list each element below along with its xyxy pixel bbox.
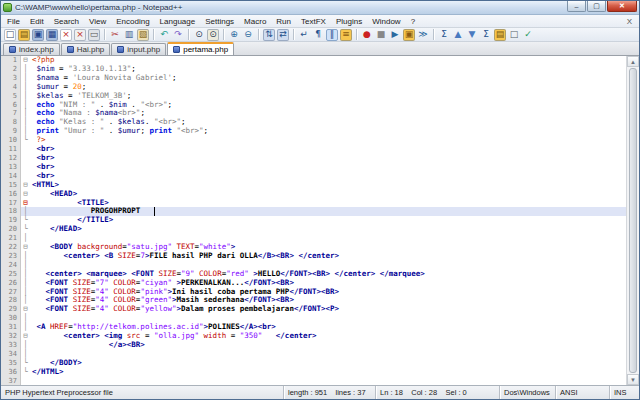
zoom-out-icon[interactable]: ⊖ <box>242 29 254 41</box>
line-number: 18 <box>1 207 21 216</box>
menu-item-textfx[interactable]: TextFX <box>296 17 331 26</box>
code-line[interactable]: </HEAD> <box>30 225 626 234</box>
run-macro-multiple-times-icon[interactable]: ≫ <box>417 29 429 41</box>
tab-Hai-php[interactable]: Hai.php <box>61 43 111 55</box>
menu-item-run[interactable]: Run <box>271 17 296 26</box>
code-line[interactable]: <br> <box>30 163 626 172</box>
code-line[interactable] <box>30 377 626 385</box>
scroll-up-button[interactable]: ▲ <box>627 56 639 67</box>
paste-icon[interactable]: ▧ <box>137 29 149 41</box>
sort-descending-icon[interactable]: ▼ <box>466 29 478 41</box>
new-file-icon[interactable]: □ <box>4 29 16 41</box>
monitor-window-icon[interactable]: □ <box>508 29 520 41</box>
menu-item-edit[interactable]: Edit <box>25 17 49 26</box>
textfx-sigma-icon[interactable]: Σ <box>480 29 492 41</box>
code-token: Ini hasil coba pertama PHP <box>172 287 289 296</box>
menubar-close-icon[interactable]: X <box>621 17 638 26</box>
menu-item-view[interactable]: View <box>84 17 111 26</box>
save-icon[interactable]: ▣ <box>32 29 44 41</box>
show-all-characters-icon[interactable]: ¶ <box>312 29 324 41</box>
line-number: 35 <box>1 359 21 368</box>
maximize-button[interactable]: ▢ <box>587 1 606 12</box>
editor[interactable]: 1⊟<?php2│ $nim = "3.33.10.1.13";3│ $nama… <box>1 56 639 385</box>
cut-icon[interactable]: ✂ <box>109 29 121 41</box>
word-wrap-icon[interactable]: ↵ <box>298 29 310 41</box>
open-folder-icon[interactable]: ▤ <box>18 29 30 41</box>
menu-item-macro[interactable]: Macro <box>239 17 271 26</box>
code-token: 'Loura Novita Gabriel' <box>73 73 172 82</box>
find-icon[interactable]: ⊙ <box>193 29 205 41</box>
close-document-icon[interactable]: × <box>60 29 72 41</box>
code-line[interactable]: $nama = 'Loura Novita Gabriel'; <box>30 74 626 83</box>
tab-input-php[interactable]: input.php <box>111 43 166 55</box>
print-icon[interactable]: ▭ <box>88 29 100 41</box>
redo-icon[interactable]: ↷ <box>172 29 184 41</box>
code-line[interactable]: <FONT SIZE="4" COLOR="yellow">Dalam pros… <box>30 305 626 314</box>
menu-item-window[interactable]: Window <box>367 17 405 26</box>
zoom-in-icon[interactable]: ⊕ <box>228 29 240 41</box>
undo-icon[interactable]: ↶ <box>158 29 170 41</box>
code-token: "<br>" <box>154 117 181 126</box>
code-line[interactable]: <center> <B SIZE=7>FILE hasil PHP dari O… <box>30 252 626 261</box>
menu-item-file[interactable]: File <box>2 17 25 26</box>
sort-ascending-icon[interactable]: ▲ <box>452 29 464 41</box>
code-area[interactable]: 1⊟<?php2│ $nim = "3.33.10.1.13";3│ $nama… <box>1 56 626 385</box>
code-token: PROGOHPROPT <box>91 206 141 215</box>
menu-item-plugins[interactable]: Plugins <box>331 17 367 26</box>
code-line[interactable]: </TITLE> <box>30 216 626 225</box>
menu-item-settings[interactable]: Settings <box>200 17 239 26</box>
menu-item-encoding[interactable]: Encoding <box>111 17 154 26</box>
code-line[interactable]: <br> <box>30 154 626 163</box>
menu-item-[interactable]: ? <box>406 17 420 26</box>
code-line[interactable]: print "Umur : " . $umur; print "<br>"; <box>30 127 626 136</box>
code-token <box>32 242 50 251</box>
indent-guide-icon[interactable]: ∥ <box>326 29 338 41</box>
menu-item-language[interactable]: Language <box>155 17 201 26</box>
code-token: <center> <marquee> <FONT <box>46 269 159 278</box>
textfx-sum-icon[interactable]: Σ <box>438 29 450 41</box>
code-line[interactable]: </a><BR> <box>30 341 626 350</box>
open-containing-folder-icon[interactable]: ▤ <box>494 29 506 41</box>
close-button[interactable]: ✕ <box>607 1 637 12</box>
line-number: 5 <box>1 92 21 101</box>
tab-pertama-php[interactable]: pertama.php <box>167 42 234 55</box>
line-number: 21 <box>1 234 21 243</box>
code-token: $kelas <box>118 117 145 126</box>
sync-horizontal-scrolling-icon[interactable]: ⇄ <box>277 29 289 41</box>
stop-macro-icon[interactable]: ■ <box>375 29 387 41</box>
status-length-lines: length : 951 lines : 37 <box>283 386 375 399</box>
code-line[interactable] <box>30 350 626 359</box>
function-completion-icon[interactable]: ≡ <box>340 29 352 41</box>
close-all-documents-icon[interactable]: × <box>74 29 86 41</box>
code-line[interactable]: <br> <box>30 172 626 181</box>
line-number: 27 <box>1 288 21 297</box>
record-macro-icon[interactable]: ● <box>361 29 373 41</box>
menu-item-search[interactable]: Search <box>49 17 84 26</box>
spell-check-icon[interactable]: ✓ <box>522 29 534 41</box>
code-line[interactable]: <br> <box>30 145 626 154</box>
line-number: 9 <box>1 127 21 136</box>
replace-icon[interactable]: ⊙ <box>207 29 219 41</box>
code-line[interactable]: PROGOHPROPT <box>30 207 626 216</box>
save-all-icon[interactable]: ▦ <box>46 29 58 41</box>
copy-icon[interactable]: ▥ <box>123 29 135 41</box>
save-macro-icon[interactable]: ▣ <box>403 29 415 41</box>
tab-index-php[interactable]: index.php <box>3 43 60 55</box>
code-line[interactable]: ?> <box>30 136 626 145</box>
minimize-button[interactable]: ‒ <box>567 1 586 12</box>
line-number: 25 <box>1 270 21 279</box>
scrollbar-thumb[interactable] <box>629 68 637 373</box>
code-line[interactable]: </BODY> <box>30 359 626 368</box>
code-line[interactable]: <HTML> <box>30 181 626 190</box>
scroll-down-button[interactable]: ▼ <box>627 374 639 385</box>
code-line[interactable]: </HTML> <box>30 368 626 377</box>
notepadpp-window: C:\WAMP\www\hello\pertama.php - Notepad+… <box>0 0 640 400</box>
code-token: <A <box>37 322 51 331</box>
code-token: src <box>127 331 141 340</box>
code-line[interactable]: <HEAD> <box>30 190 626 199</box>
sync-vertical-scrolling-icon[interactable]: ⇅ <box>263 29 275 41</box>
line-number: 24 <box>1 261 21 270</box>
title-bar[interactable]: C:\WAMP\www\hello\pertama.php - Notepad+… <box>1 1 639 15</box>
vertical-scrollbar[interactable]: ▲ ▼ <box>626 56 639 385</box>
play-macro-icon[interactable]: ▶ <box>389 29 401 41</box>
